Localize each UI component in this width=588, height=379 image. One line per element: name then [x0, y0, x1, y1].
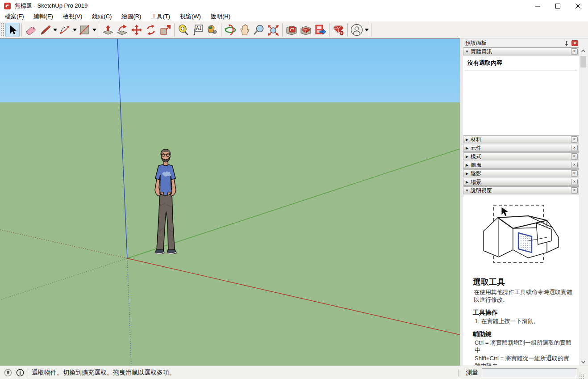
instructor-intro: 在使用其他操作工具或命令時選取實體以進行修改。 [474, 288, 575, 303]
pencil-icon [39, 24, 51, 36]
extension-warehouse-button[interactable] [299, 23, 313, 37]
rotate-icon [145, 24, 157, 36]
measurements-input[interactable] [482, 368, 577, 377]
no-selection-message: 沒有選取內容 [463, 56, 579, 67]
scale-figure [145, 149, 185, 259]
menu-draw[interactable]: 繪圖(R) [117, 12, 146, 21]
account-dropdown[interactable] [364, 23, 369, 37]
expand-arrow-icon: ▶ [463, 163, 471, 167]
panel-close-icon[interactable]: × [571, 179, 578, 185]
zoom-extents-tool-button[interactable] [266, 23, 280, 37]
maximize-button[interactable] [548, 0, 568, 12]
minimize-button[interactable] [528, 0, 548, 12]
panel-close-icon[interactable]: × [571, 145, 578, 151]
extension-warehouse-icon [300, 24, 312, 36]
panel-close-icon[interactable]: × [571, 136, 578, 143]
shapes-tool-button[interactable] [77, 23, 92, 37]
menu-camera[interactable]: 鏡頭(C) [87, 12, 117, 21]
account-button[interactable] [350, 23, 364, 37]
panel-close-icon[interactable]: × [571, 153, 578, 160]
tray-scrollbar[interactable] [580, 47, 587, 366]
geolocation-icon[interactable] [4, 369, 12, 377]
scale-tool-button[interactable] [158, 23, 172, 37]
panel-materials-header[interactable]: ▶ 材料 × [463, 135, 579, 143]
scroll-thumb[interactable] [580, 56, 586, 67]
info-icon[interactable] [16, 369, 24, 377]
orbit-tool-button[interactable] [223, 23, 238, 37]
panel-close-icon[interactable]: × [571, 187, 578, 194]
panel-layers-header[interactable]: ▶ 圖層 × [463, 161, 579, 169]
panel-components-header[interactable]: ▶ 元件 × [463, 144, 579, 152]
pan-tool-button[interactable] [238, 23, 252, 37]
measurements-label: 測量 [466, 369, 478, 377]
line-tool-button[interactable] [38, 23, 52, 37]
orbit-icon [225, 24, 236, 36]
send-to-layout-button[interactable] [313, 23, 327, 37]
rectangle-icon [79, 24, 90, 36]
panel-close-icon[interactable]: × [571, 48, 578, 55]
scale-icon [159, 24, 171, 36]
move-tool-button[interactable] [129, 23, 144, 37]
rotate-tool-button[interactable] [144, 23, 158, 37]
menu-view[interactable]: 檢視(V) [58, 12, 87, 21]
panel-close-icon[interactable]: × [571, 170, 578, 177]
resize-grip[interactable] [579, 374, 584, 379]
toolbar: A1 [0, 21, 588, 38]
push-pull-tool-button[interactable] [101, 23, 115, 37]
push-pull-icon [102, 24, 114, 36]
paint-bucket-tool-button[interactable] [205, 23, 219, 37]
panel-close-icon[interactable]: × [571, 162, 578, 168]
scroll-down-icon[interactable] [580, 358, 587, 366]
menu-edit[interactable]: 編輯(E) [29, 12, 58, 21]
extension-manager-button[interactable] [331, 23, 346, 37]
svg-text:A1: A1 [196, 26, 202, 31]
scroll-up-icon[interactable] [580, 47, 587, 55]
select-arrow-icon [7, 25, 18, 35]
account-icon [350, 24, 363, 36]
window-title: 無標題 - SketchUp Pro 2019 [15, 2, 88, 10]
expand-arrow-icon: ▶ [463, 138, 471, 142]
panel-scenes-header[interactable]: ▶ 場景 × [463, 178, 579, 186]
panel-shadows-header[interactable]: ▶ 陰影 × [463, 169, 579, 177]
model-viewport[interactable] [0, 38, 460, 366]
menu-bar: 檔案(F) 編輯(E) 檢視(V) 鏡頭(C) 繪圖(R) 工具(T) 視窗(W… [0, 12, 588, 21]
instructor-modifier: Ctrl = 將實體新增到一組所選取的實體中 [475, 339, 575, 354]
expand-arrow-icon: ▶ [463, 172, 471, 176]
arc-tool-button[interactable] [58, 23, 72, 37]
pin-icon[interactable] [563, 40, 570, 46]
select-tool-button[interactable] [5, 23, 20, 37]
follow-me-tool-button[interactable] [115, 23, 129, 37]
menu-window[interactable]: 視窗(W) [175, 12, 206, 21]
follow-me-icon [117, 24, 128, 36]
close-button[interactable] [568, 0, 588, 12]
zoom-extents-icon [267, 24, 279, 36]
panel-entity-info-header[interactable]: ▼ 實體資訊 × [463, 47, 579, 55]
tray-close-button[interactable]: × [571, 40, 578, 46]
expand-arrow-icon: ▶ [463, 146, 471, 150]
eraser-tool-button[interactable] [24, 23, 38, 37]
expand-arrow-icon: ▶ [463, 180, 471, 184]
panel-styles-header[interactable]: ▶ 樣式 × [463, 152, 579, 160]
instructor-illustration [475, 200, 567, 271]
tray-header: 預設面板 × [463, 39, 580, 47]
arc-icon [59, 24, 71, 36]
3d-warehouse-button[interactable] [284, 23, 299, 37]
line-tool-dropdown[interactable] [52, 23, 58, 37]
panel-instructor-header[interactable]: ▼ 說明視窗 × [463, 186, 579, 194]
extension-manager-icon [333, 24, 344, 36]
status-bar: 選取物件。切換到擴充選取。拖曳滑鼠以選取多項。 測量 [0, 366, 588, 379]
arc-tool-dropdown[interactable] [72, 23, 77, 37]
toolbar-drag-handle[interactable] [0, 23, 4, 37]
default-tray: 預設面板 × ▼ 實體資訊 × 沒有選取內容 ▶ 材料 × ▶ 元件 × ▶ 樣… [463, 38, 588, 366]
menu-file[interactable]: 檔案(F) [0, 12, 29, 21]
pan-hand-icon [239, 24, 250, 36]
menu-tools[interactable]: 工具(T) [146, 12, 175, 21]
expand-arrow-icon: ▶ [463, 155, 471, 159]
collapse-arrow-icon: ▼ [463, 50, 471, 54]
paint-bucket-icon [206, 24, 218, 36]
shapes-tool-dropdown[interactable] [92, 23, 97, 37]
menu-help[interactable]: 說明(H) [206, 12, 235, 21]
zoom-tool-button[interactable] [252, 23, 266, 37]
tape-measure-tool-button[interactable] [176, 23, 191, 37]
text-tool-button[interactable]: A1 [191, 23, 205, 37]
